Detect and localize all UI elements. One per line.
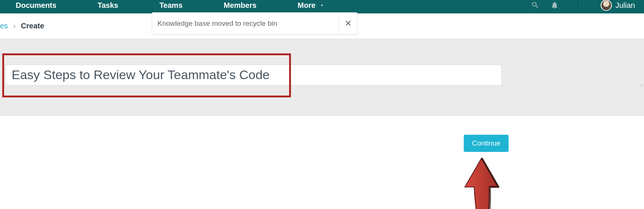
resize-handle-icon[interactable] <box>639 82 643 86</box>
avatar <box>601 0 612 11</box>
toast-close-button[interactable]: ✕ <box>338 13 357 34</box>
breadcrumb-current: Create <box>21 22 44 30</box>
toast-notification: Knowledge base moved to recycle bin ✕ <box>152 12 358 35</box>
nav-right: Julian <box>531 0 635 12</box>
title-field-wrap <box>5 65 644 87</box>
nav-members[interactable]: Members <box>224 1 257 10</box>
toast-message: Knowledge base moved to recycle bin <box>157 19 335 28</box>
top-nav: Documents Tasks Teams Members More Julia… <box>0 0 644 13</box>
breadcrumb-separator: › <box>13 22 16 30</box>
user-name: Julian <box>616 1 635 10</box>
chevron-down-icon <box>318 1 326 9</box>
user-separator <box>577 0 578 12</box>
nav-more-label: More <box>298 1 316 10</box>
user-menu[interactable]: Julian <box>601 0 635 11</box>
nav-tasks[interactable]: Tasks <box>98 1 118 10</box>
bell-icon[interactable] <box>551 1 559 9</box>
title-input[interactable] <box>5 65 502 85</box>
main-content: Continue <box>0 38 644 116</box>
close-icon: ✕ <box>345 19 352 28</box>
nav-documents[interactable]: Documents <box>16 1 56 10</box>
breadcrumb-prev[interactable]: es <box>0 22 8 30</box>
nav-teams[interactable]: Teams <box>159 1 183 10</box>
continue-button[interactable]: Continue <box>464 135 509 152</box>
nav-more[interactable]: More <box>298 1 326 10</box>
nav-left: Documents Tasks Teams Members More <box>9 1 326 10</box>
search-icon[interactable] <box>531 1 539 9</box>
annotation-arrow <box>463 158 500 209</box>
